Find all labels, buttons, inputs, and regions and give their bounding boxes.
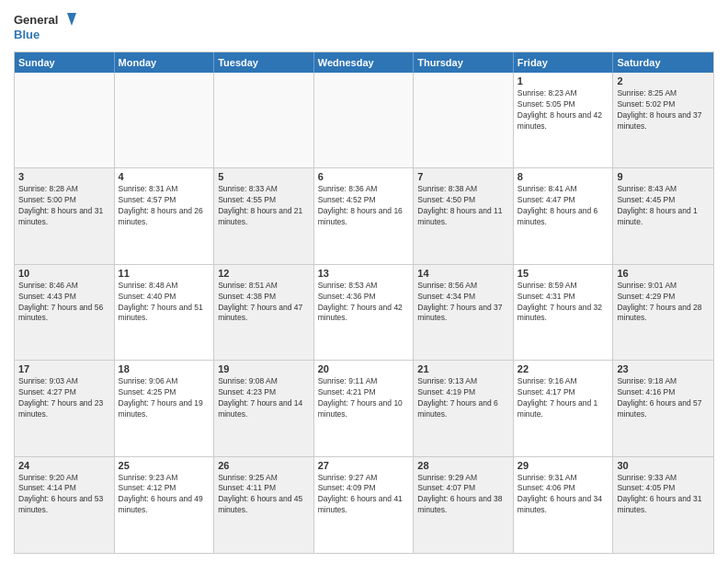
table-row: 18Sunrise: 9:06 AM Sunset: 4:25 PM Dayli… <box>115 361 215 455</box>
svg-text:Blue: Blue <box>14 28 40 41</box>
table-row <box>314 73 415 167</box>
day-num-30: 30 <box>617 460 710 471</box>
table-row: 30Sunrise: 9:33 AM Sunset: 4:05 PM Dayli… <box>613 457 713 553</box>
logo-svg: General Blue <box>14 9 78 44</box>
cell-info: Sunrise: 8:33 AM Sunset: 4:55 PM Dayligh… <box>218 184 310 228</box>
day-num-22: 22 <box>518 363 609 374</box>
cell-info: Sunrise: 9:23 AM Sunset: 4:12 PM Dayligh… <box>119 473 210 517</box>
table-row: 22Sunrise: 9:16 AM Sunset: 4:17 PM Dayli… <box>514 361 614 455</box>
table-row: 19Sunrise: 9:08 AM Sunset: 4:23 PM Dayli… <box>214 361 314 455</box>
header-thursday: Thursday <box>414 52 514 73</box>
day-num-9: 9 <box>617 171 710 182</box>
day-num-14: 14 <box>417 268 509 279</box>
table-row <box>414 73 514 167</box>
cell-info: Sunrise: 8:43 AM Sunset: 4:45 PM Dayligh… <box>617 184 710 228</box>
day-num-24: 24 <box>18 460 110 471</box>
cell-info: Sunrise: 8:25 AM Sunset: 5:02 PM Dayligh… <box>617 88 710 132</box>
table-row: 29Sunrise: 9:31 AM Sunset: 4:06 PM Dayli… <box>514 457 614 553</box>
day-num-17: 17 <box>18 363 110 374</box>
day-num-13: 13 <box>318 268 410 279</box>
table-row: 21Sunrise: 9:13 AM Sunset: 4:19 PM Dayli… <box>414 361 514 455</box>
cell-info: Sunrise: 8:59 AM Sunset: 4:31 PM Dayligh… <box>518 281 609 325</box>
table-row: 9Sunrise: 8:43 AM Sunset: 4:45 PM Daylig… <box>613 168 713 263</box>
table-row: 6Sunrise: 8:36 AM Sunset: 4:52 PM Daylig… <box>314 168 415 263</box>
day-num-7: 7 <box>417 171 509 182</box>
day-num-4: 4 <box>119 171 210 182</box>
table-row: 12Sunrise: 8:51 AM Sunset: 4:38 PM Dayli… <box>214 265 314 360</box>
header-saturday: Saturday <box>613 52 713 73</box>
cell-info: Sunrise: 8:46 AM Sunset: 4:43 PM Dayligh… <box>18 281 110 325</box>
calendar-header: SundayMondayTuesdayWednesdayThursdayFrid… <box>15 52 713 73</box>
calendar: SundayMondayTuesdayWednesdayThursdayFrid… <box>14 52 714 554</box>
cell-info: Sunrise: 9:27 AM Sunset: 4:09 PM Dayligh… <box>318 473 410 517</box>
week-row-4: 17Sunrise: 9:03 AM Sunset: 4:27 PM Dayli… <box>15 361 713 456</box>
day-num-29: 29 <box>518 460 609 471</box>
table-row: 5Sunrise: 8:33 AM Sunset: 4:55 PM Daylig… <box>214 168 314 263</box>
day-num-3: 3 <box>18 171 110 182</box>
table-row: 16Sunrise: 9:01 AM Sunset: 4:29 PM Dayli… <box>613 265 713 360</box>
cell-info: Sunrise: 9:06 AM Sunset: 4:25 PM Dayligh… <box>119 376 210 420</box>
table-row: 7Sunrise: 8:38 AM Sunset: 4:50 PM Daylig… <box>414 168 514 263</box>
table-row: 8Sunrise: 8:41 AM Sunset: 4:47 PM Daylig… <box>514 168 614 263</box>
cell-info: Sunrise: 9:20 AM Sunset: 4:14 PM Dayligh… <box>18 473 110 517</box>
table-row <box>214 73 314 167</box>
page: General Blue SundayMondayTuesdayWednesda… <box>0 0 728 563</box>
cell-info: Sunrise: 8:51 AM Sunset: 4:38 PM Dayligh… <box>218 281 310 325</box>
day-num-5: 5 <box>218 171 310 182</box>
week-row-1: 1Sunrise: 8:23 AM Sunset: 5:05 PM Daylig… <box>15 73 713 168</box>
cell-info: Sunrise: 9:01 AM Sunset: 4:29 PM Dayligh… <box>617 281 710 325</box>
table-row: 25Sunrise: 9:23 AM Sunset: 4:12 PM Dayli… <box>115 457 215 553</box>
table-row: 1Sunrise: 8:23 AM Sunset: 5:05 PM Daylig… <box>514 73 614 167</box>
week-row-3: 10Sunrise: 8:46 AM Sunset: 4:43 PM Dayli… <box>15 265 713 361</box>
cell-info: Sunrise: 8:56 AM Sunset: 4:34 PM Dayligh… <box>417 281 509 325</box>
cell-info: Sunrise: 9:11 AM Sunset: 4:21 PM Dayligh… <box>318 376 410 420</box>
table-row: 4Sunrise: 8:31 AM Sunset: 4:57 PM Daylig… <box>115 168 215 263</box>
table-row: 10Sunrise: 8:46 AM Sunset: 4:43 PM Dayli… <box>15 265 115 360</box>
table-row: 2Sunrise: 8:25 AM Sunset: 5:02 PM Daylig… <box>613 73 713 167</box>
day-num-1: 1 <box>518 75 609 86</box>
table-row: 15Sunrise: 8:59 AM Sunset: 4:31 PM Dayli… <box>514 265 614 360</box>
day-num-20: 20 <box>318 363 410 374</box>
cell-info: Sunrise: 9:08 AM Sunset: 4:23 PM Dayligh… <box>218 376 310 420</box>
day-num-10: 10 <box>18 268 110 279</box>
cell-info: Sunrise: 8:41 AM Sunset: 4:47 PM Dayligh… <box>518 184 609 228</box>
day-num-8: 8 <box>518 171 609 182</box>
table-row: 17Sunrise: 9:03 AM Sunset: 4:27 PM Dayli… <box>15 361 115 455</box>
table-row: 23Sunrise: 9:18 AM Sunset: 4:16 PM Dayli… <box>613 361 713 455</box>
week-row-5: 24Sunrise: 9:20 AM Sunset: 4:14 PM Dayli… <box>15 457 713 553</box>
header: General Blue <box>14 9 714 44</box>
cell-info: Sunrise: 8:31 AM Sunset: 4:57 PM Dayligh… <box>119 184 210 228</box>
header-wednesday: Wednesday <box>314 52 415 73</box>
calendar-body: 1Sunrise: 8:23 AM Sunset: 5:05 PM Daylig… <box>15 73 713 553</box>
header-sunday: Sunday <box>15 52 115 73</box>
cell-info: Sunrise: 8:53 AM Sunset: 4:36 PM Dayligh… <box>318 281 410 325</box>
table-row <box>15 73 115 167</box>
day-num-23: 23 <box>617 363 710 374</box>
day-num-16: 16 <box>617 268 710 279</box>
cell-info: Sunrise: 8:28 AM Sunset: 5:00 PM Dayligh… <box>18 184 110 228</box>
cell-info: Sunrise: 9:13 AM Sunset: 4:19 PM Dayligh… <box>417 376 509 420</box>
week-row-2: 3Sunrise: 8:28 AM Sunset: 5:00 PM Daylig… <box>15 168 713 264</box>
svg-text:General: General <box>14 13 58 27</box>
table-row: 24Sunrise: 9:20 AM Sunset: 4:14 PM Dayli… <box>15 457 115 553</box>
cell-info: Sunrise: 8:48 AM Sunset: 4:40 PM Dayligh… <box>119 281 210 325</box>
table-row: 11Sunrise: 8:48 AM Sunset: 4:40 PM Dayli… <box>115 265 215 360</box>
cell-info: Sunrise: 9:16 AM Sunset: 4:17 PM Dayligh… <box>518 376 609 420</box>
day-num-12: 12 <box>218 268 310 279</box>
table-row: 28Sunrise: 9:29 AM Sunset: 4:07 PM Dayli… <box>414 457 514 553</box>
table-row <box>115 73 215 167</box>
table-row: 13Sunrise: 8:53 AM Sunset: 4:36 PM Dayli… <box>314 265 415 360</box>
cell-info: Sunrise: 9:18 AM Sunset: 4:16 PM Dayligh… <box>617 376 710 420</box>
day-num-21: 21 <box>417 363 509 374</box>
cell-info: Sunrise: 9:25 AM Sunset: 4:11 PM Dayligh… <box>218 473 310 517</box>
day-num-26: 26 <box>218 460 310 471</box>
day-num-2: 2 <box>617 75 710 86</box>
day-num-27: 27 <box>318 460 410 471</box>
day-num-11: 11 <box>119 268 210 279</box>
cell-info: Sunrise: 8:38 AM Sunset: 4:50 PM Dayligh… <box>417 184 509 228</box>
table-row: 14Sunrise: 8:56 AM Sunset: 4:34 PM Dayli… <box>414 265 514 360</box>
day-num-19: 19 <box>218 363 310 374</box>
logo: General Blue <box>14 9 78 44</box>
svg-marker-2 <box>67 13 76 26</box>
header-monday: Monday <box>115 52 215 73</box>
